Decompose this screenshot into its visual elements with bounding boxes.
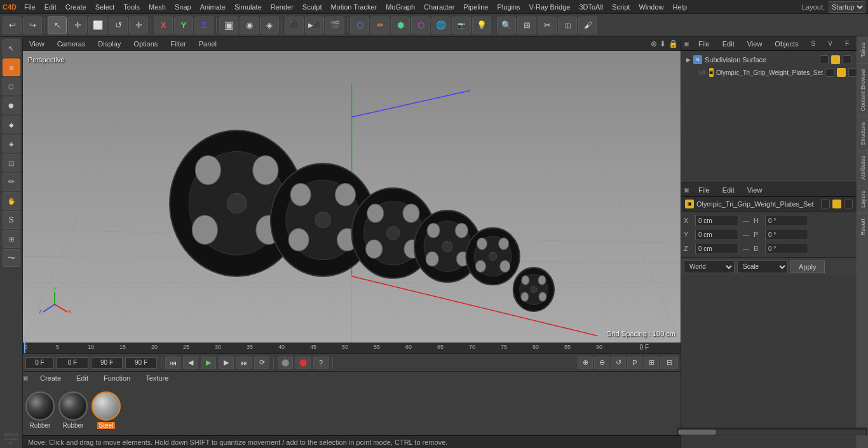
menu-animate[interactable]: Animate	[196, 2, 229, 12]
material-rubber-2[interactable]: Rubber	[58, 391, 88, 429]
undo-button[interactable]: ↩	[3, 17, 22, 34]
tool-workplane[interactable]: ⊞	[3, 230, 20, 248]
goto-start-button[interactable]: ⏮	[165, 356, 180, 369]
vp-icon-down[interactable]: ⬇	[660, 39, 666, 48]
tl-icon-5[interactable]: ⊞	[644, 356, 659, 369]
knife-button[interactable]: ✂	[538, 17, 557, 34]
axis-x-button[interactable]: X	[154, 17, 173, 34]
move-tool-button[interactable]: ✛	[68, 17, 87, 34]
render-output-button[interactable]: 🎬	[325, 17, 344, 34]
menu-pipeline[interactable]: Pipeline	[459, 2, 492, 12]
tl-icon-2[interactable]: ⊖	[594, 356, 609, 369]
attr-menu-file[interactable]: File	[695, 185, 714, 195]
material-steel[interactable]: Steel	[92, 391, 121, 429]
loop-button[interactable]: ⟳	[254, 356, 269, 369]
vtab-content-browser[interactable]: Content Browser	[857, 63, 868, 116]
light-button[interactable]: 💡	[472, 17, 491, 34]
tool-pen[interactable]: ✏	[3, 173, 20, 191]
menu-create[interactable]: Create	[62, 2, 90, 12]
redo-button[interactable]: ↪	[23, 17, 42, 34]
menu-motion-tracker[interactable]: Motion Tracker	[327, 2, 381, 12]
obj-row-subdivision[interactable]: ▶ S Subdivision Surface	[684, 53, 854, 66]
tool-edge[interactable]: ⬢	[3, 97, 20, 114]
tl-icon-1[interactable]: ⊕	[578, 356, 593, 369]
scroll-thumb[interactable]	[678, 430, 716, 435]
world-select[interactable]: World Local Object	[684, 261, 735, 273]
axis-z-button[interactable]: Z	[194, 17, 214, 34]
vp-icon-lock[interactable]: 🔒	[668, 39, 678, 48]
cube-button[interactable]: ⬡	[350, 17, 369, 34]
coord-z-rot[interactable]	[765, 243, 808, 254]
tool-point[interactable]: ◆	[3, 116, 20, 133]
menu-character[interactable]: Character	[420, 2, 458, 12]
render-region-button[interactable]: ⬛	[285, 17, 304, 34]
environment-button[interactable]: 🌐	[431, 17, 451, 34]
coord-y-rot[interactable]	[765, 229, 808, 240]
obj-menu-file[interactable]: File	[695, 39, 714, 49]
tool-object[interactable]: ◈	[3, 135, 20, 153]
vtab-revert[interactable]: Revert	[857, 213, 868, 241]
layout-selector[interactable]: Startup	[829, 1, 865, 13]
tool-paint[interactable]: S	[3, 211, 20, 229]
menu-3dtoall[interactable]: 3DToAll	[575, 2, 607, 12]
prev-frame-button[interactable]: ◀	[183, 356, 198, 369]
vtab-structure[interactable]: Structure	[857, 116, 868, 151]
tool-sculpt[interactable]: 🖐	[3, 192, 20, 210]
bottom-scrollbar[interactable]	[677, 428, 867, 435]
tool-polygon[interactable]: ⬡	[3, 78, 20, 95]
record-active-button[interactable]: ⬤	[295, 356, 311, 369]
deformer-button[interactable]: ⬡	[411, 17, 430, 34]
prev-frame-input[interactable]	[57, 357, 88, 369]
menu-help[interactable]: Help	[669, 2, 691, 12]
vtab-takes[interactable]: Takes	[857, 37, 868, 63]
apply-button[interactable]: Apply	[790, 261, 825, 273]
tool-move[interactable]: ↖	[3, 39, 20, 57]
tl-icon-3[interactable]: ↺	[611, 356, 626, 369]
tool-mirror[interactable]: ◫	[3, 154, 20, 172]
coord-z-pos[interactable]	[695, 243, 738, 254]
material-rubber-1[interactable]: Rubber	[25, 391, 55, 429]
viewport-menu-options[interactable]: Options	[130, 39, 161, 49]
goto-end-button[interactable]: ⏭	[236, 356, 252, 369]
menu-file[interactable]: File	[20, 2, 39, 12]
menu-window[interactable]: Window	[635, 2, 667, 12]
menu-mesh[interactable]: Mesh	[145, 2, 170, 12]
menu-snap[interactable]: Snap	[171, 2, 195, 12]
vp-icon-move[interactable]: ⊕	[651, 39, 657, 48]
coord-y-pos[interactable]	[695, 229, 738, 240]
obj-menu-view[interactable]: View	[743, 39, 766, 49]
texture-mode-button[interactable]: ◈	[260, 17, 279, 34]
nurbs-button[interactable]: ⬢	[391, 17, 410, 34]
autokey-button[interactable]: ?	[313, 356, 329, 369]
attr-menu-edit[interactable]: Edit	[719, 185, 738, 195]
transform-tool-button[interactable]: ✛	[129, 17, 148, 34]
mat-menu-function[interactable]: Function	[100, 373, 134, 383]
preview-end-input[interactable]	[125, 357, 157, 369]
object-mode-button[interactable]: ▣	[219, 17, 238, 34]
body-paint-button[interactable]: 🖌	[578, 17, 597, 34]
camera-button[interactable]: 📷	[452, 17, 471, 34]
coord-x-pos[interactable]	[695, 215, 738, 226]
start-frame-input[interactable]	[25, 357, 54, 369]
mat-menu-texture[interactable]: Texture	[142, 373, 172, 383]
select-tool-button[interactable]: ↖	[48, 17, 67, 34]
menu-select[interactable]: Select	[92, 2, 119, 12]
spline-button[interactable]: ✏	[370, 17, 390, 34]
menu-mograph[interactable]: MoGraph	[382, 2, 419, 12]
scale-select[interactable]: Scale Move Rotate	[737, 261, 788, 273]
scale-tool-button[interactable]: ⬜	[88, 17, 107, 34]
magnet-button[interactable]: 🔍	[497, 17, 516, 34]
axis-y-button[interactable]: Y	[174, 17, 193, 34]
render-view-button[interactable]: ▶⬛	[305, 17, 324, 34]
tool-spline[interactable]: 〜	[3, 249, 20, 267]
menu-script[interactable]: Script	[608, 2, 634, 12]
menu-sculpt[interactable]: Sculpt	[299, 2, 326, 12]
menu-tools[interactable]: Tools	[119, 2, 144, 12]
tl-icon-4[interactable]: P	[627, 356, 642, 369]
edit-mode-button[interactable]: ◉	[240, 17, 259, 34]
menu-plugins[interactable]: Plugins	[493, 2, 524, 12]
rotate-tool-button[interactable]: ↺	[109, 17, 128, 34]
mat-menu-edit[interactable]: Edit	[72, 373, 92, 383]
viewport-menu-panel[interactable]: Panel	[195, 39, 220, 49]
obj-menu-objects[interactable]: Objects	[771, 39, 802, 49]
